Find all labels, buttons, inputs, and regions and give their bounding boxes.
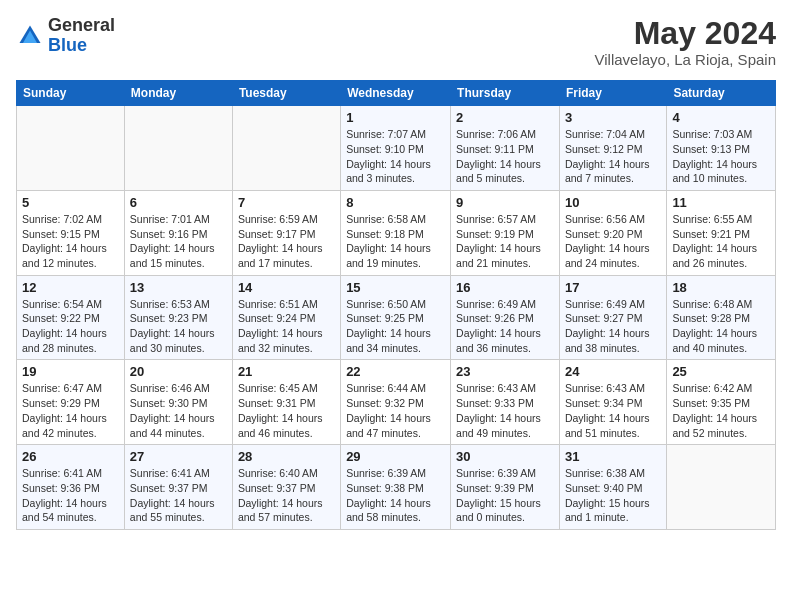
logo-blue-text: Blue: [48, 35, 87, 55]
day-info: Sunrise: 7:03 AMSunset: 9:13 PMDaylight:…: [672, 127, 770, 186]
day-info: Sunrise: 6:39 AMSunset: 9:39 PMDaylight:…: [456, 466, 554, 525]
calendar-cell: 1Sunrise: 7:07 AMSunset: 9:10 PMDaylight…: [341, 106, 451, 191]
calendar-cell: 25Sunrise: 6:42 AMSunset: 9:35 PMDayligh…: [667, 360, 776, 445]
day-info: Sunrise: 6:53 AMSunset: 9:23 PMDaylight:…: [130, 297, 227, 356]
calendar-cell: 19Sunrise: 6:47 AMSunset: 9:29 PMDayligh…: [17, 360, 125, 445]
day-info: Sunrise: 6:49 AMSunset: 9:27 PMDaylight:…: [565, 297, 661, 356]
day-number: 29: [346, 449, 445, 464]
weekday-header-wednesday: Wednesday: [341, 81, 451, 106]
calendar-cell: 30Sunrise: 6:39 AMSunset: 9:39 PMDayligh…: [451, 445, 560, 530]
day-number: 13: [130, 280, 227, 295]
day-number: 25: [672, 364, 770, 379]
day-info: Sunrise: 6:43 AMSunset: 9:33 PMDaylight:…: [456, 381, 554, 440]
calendar-cell: 2Sunrise: 7:06 AMSunset: 9:11 PMDaylight…: [451, 106, 560, 191]
day-number: 20: [130, 364, 227, 379]
logo: General Blue: [16, 16, 115, 56]
day-info: Sunrise: 6:54 AMSunset: 9:22 PMDaylight:…: [22, 297, 119, 356]
day-number: 14: [238, 280, 335, 295]
day-info: Sunrise: 6:51 AMSunset: 9:24 PMDaylight:…: [238, 297, 335, 356]
day-number: 31: [565, 449, 661, 464]
calendar-cell: 28Sunrise: 6:40 AMSunset: 9:37 PMDayligh…: [232, 445, 340, 530]
day-number: 27: [130, 449, 227, 464]
calendar-cell: 29Sunrise: 6:39 AMSunset: 9:38 PMDayligh…: [341, 445, 451, 530]
day-number: 21: [238, 364, 335, 379]
calendar-cell: 10Sunrise: 6:56 AMSunset: 9:20 PMDayligh…: [559, 190, 666, 275]
page-header: General Blue May 2024 Villavelayo, La Ri…: [16, 16, 776, 68]
day-info: Sunrise: 6:45 AMSunset: 9:31 PMDaylight:…: [238, 381, 335, 440]
day-number: 2: [456, 110, 554, 125]
day-info: Sunrise: 7:01 AMSunset: 9:16 PMDaylight:…: [130, 212, 227, 271]
calendar-cell: 18Sunrise: 6:48 AMSunset: 9:28 PMDayligh…: [667, 275, 776, 360]
weekday-header-monday: Monday: [124, 81, 232, 106]
calendar-cell: 23Sunrise: 6:43 AMSunset: 9:33 PMDayligh…: [451, 360, 560, 445]
calendar-cell: 3Sunrise: 7:04 AMSunset: 9:12 PMDaylight…: [559, 106, 666, 191]
day-number: 4: [672, 110, 770, 125]
day-info: Sunrise: 6:48 AMSunset: 9:28 PMDaylight:…: [672, 297, 770, 356]
day-number: 16: [456, 280, 554, 295]
calendar-cell: [124, 106, 232, 191]
day-number: 9: [456, 195, 554, 210]
week-row-1: 1Sunrise: 7:07 AMSunset: 9:10 PMDaylight…: [17, 106, 776, 191]
weekday-header-saturday: Saturday: [667, 81, 776, 106]
day-number: 30: [456, 449, 554, 464]
day-info: Sunrise: 6:43 AMSunset: 9:34 PMDaylight:…: [565, 381, 661, 440]
calendar-cell: [667, 445, 776, 530]
day-number: 7: [238, 195, 335, 210]
day-number: 12: [22, 280, 119, 295]
day-info: Sunrise: 6:50 AMSunset: 9:25 PMDaylight:…: [346, 297, 445, 356]
day-number: 5: [22, 195, 119, 210]
calendar-cell: 11Sunrise: 6:55 AMSunset: 9:21 PMDayligh…: [667, 190, 776, 275]
day-info: Sunrise: 7:04 AMSunset: 9:12 PMDaylight:…: [565, 127, 661, 186]
day-info: Sunrise: 7:06 AMSunset: 9:11 PMDaylight:…: [456, 127, 554, 186]
day-info: Sunrise: 6:40 AMSunset: 9:37 PMDaylight:…: [238, 466, 335, 525]
day-number: 19: [22, 364, 119, 379]
day-info: Sunrise: 6:58 AMSunset: 9:18 PMDaylight:…: [346, 212, 445, 271]
day-info: Sunrise: 6:59 AMSunset: 9:17 PMDaylight:…: [238, 212, 335, 271]
day-info: Sunrise: 7:02 AMSunset: 9:15 PMDaylight:…: [22, 212, 119, 271]
calendar-cell: 31Sunrise: 6:38 AMSunset: 9:40 PMDayligh…: [559, 445, 666, 530]
day-number: 24: [565, 364, 661, 379]
calendar-cell: 8Sunrise: 6:58 AMSunset: 9:18 PMDaylight…: [341, 190, 451, 275]
day-info: Sunrise: 6:39 AMSunset: 9:38 PMDaylight:…: [346, 466, 445, 525]
day-info: Sunrise: 6:38 AMSunset: 9:40 PMDaylight:…: [565, 466, 661, 525]
calendar-cell: 4Sunrise: 7:03 AMSunset: 9:13 PMDaylight…: [667, 106, 776, 191]
month-title: May 2024: [594, 16, 776, 51]
calendar-cell: 13Sunrise: 6:53 AMSunset: 9:23 PMDayligh…: [124, 275, 232, 360]
week-row-3: 12Sunrise: 6:54 AMSunset: 9:22 PMDayligh…: [17, 275, 776, 360]
calendar-cell: 24Sunrise: 6:43 AMSunset: 9:34 PMDayligh…: [559, 360, 666, 445]
weekday-header-row: SundayMondayTuesdayWednesdayThursdayFrid…: [17, 81, 776, 106]
calendar-cell: 27Sunrise: 6:41 AMSunset: 9:37 PMDayligh…: [124, 445, 232, 530]
calendar-cell: [232, 106, 340, 191]
weekday-header-friday: Friday: [559, 81, 666, 106]
day-number: 3: [565, 110, 661, 125]
day-info: Sunrise: 6:55 AMSunset: 9:21 PMDaylight:…: [672, 212, 770, 271]
day-number: 1: [346, 110, 445, 125]
day-info: Sunrise: 6:41 AMSunset: 9:36 PMDaylight:…: [22, 466, 119, 525]
day-number: 23: [456, 364, 554, 379]
day-info: Sunrise: 6:46 AMSunset: 9:30 PMDaylight:…: [130, 381, 227, 440]
calendar-cell: 9Sunrise: 6:57 AMSunset: 9:19 PMDaylight…: [451, 190, 560, 275]
day-info: Sunrise: 6:41 AMSunset: 9:37 PMDaylight:…: [130, 466, 227, 525]
calendar-table: SundayMondayTuesdayWednesdayThursdayFrid…: [16, 80, 776, 530]
day-number: 11: [672, 195, 770, 210]
weekday-header-tuesday: Tuesday: [232, 81, 340, 106]
calendar-cell: 26Sunrise: 6:41 AMSunset: 9:36 PMDayligh…: [17, 445, 125, 530]
logo-icon: [16, 22, 44, 50]
week-row-5: 26Sunrise: 6:41 AMSunset: 9:36 PMDayligh…: [17, 445, 776, 530]
day-number: 8: [346, 195, 445, 210]
calendar-cell: 5Sunrise: 7:02 AMSunset: 9:15 PMDaylight…: [17, 190, 125, 275]
calendar-cell: 22Sunrise: 6:44 AMSunset: 9:32 PMDayligh…: [341, 360, 451, 445]
calendar-cell: 14Sunrise: 6:51 AMSunset: 9:24 PMDayligh…: [232, 275, 340, 360]
day-number: 6: [130, 195, 227, 210]
week-row-4: 19Sunrise: 6:47 AMSunset: 9:29 PMDayligh…: [17, 360, 776, 445]
day-info: Sunrise: 6:44 AMSunset: 9:32 PMDaylight:…: [346, 381, 445, 440]
calendar-cell: 17Sunrise: 6:49 AMSunset: 9:27 PMDayligh…: [559, 275, 666, 360]
day-number: 18: [672, 280, 770, 295]
weekday-header-sunday: Sunday: [17, 81, 125, 106]
day-number: 15: [346, 280, 445, 295]
day-number: 28: [238, 449, 335, 464]
calendar-cell: [17, 106, 125, 191]
calendar-cell: 12Sunrise: 6:54 AMSunset: 9:22 PMDayligh…: [17, 275, 125, 360]
day-number: 22: [346, 364, 445, 379]
calendar-cell: 15Sunrise: 6:50 AMSunset: 9:25 PMDayligh…: [341, 275, 451, 360]
